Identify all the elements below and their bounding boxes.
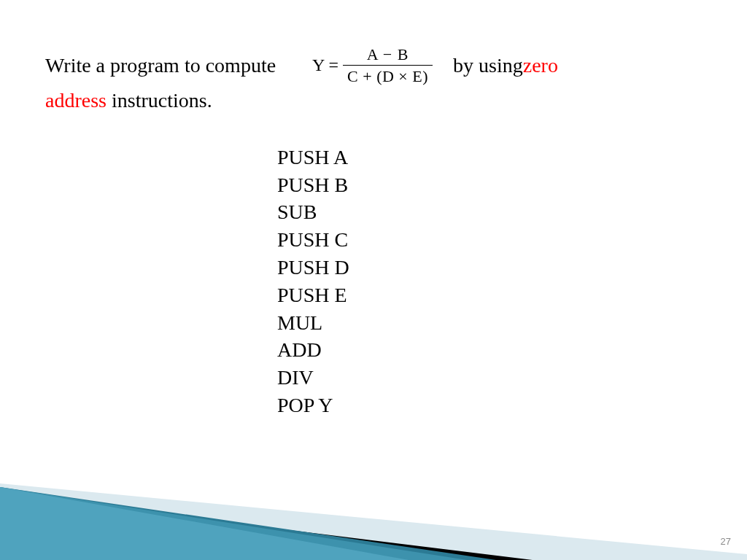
instruction-line: PUSH E [277, 281, 702, 309]
svg-marker-3 [0, 487, 467, 560]
formula-lhs: Y = [312, 53, 338, 78]
instruction-line: PUSH B [277, 171, 702, 199]
question-prompt: Write a program to compute Y = A − B C +… [45, 45, 702, 114]
instruction-line: MUL [277, 309, 702, 337]
instruction-line: DIV [277, 364, 702, 392]
svg-marker-0 [0, 483, 747, 560]
formula-denominator: C + (D × E) [343, 65, 433, 85]
prompt-highlight-zero: zero [523, 51, 558, 79]
svg-marker-4 [0, 487, 409, 560]
instruction-line: PUSH C [277, 226, 702, 254]
svg-marker-1 [0, 494, 533, 560]
prompt-part1: Write a program to compute [45, 51, 276, 79]
svg-marker-2 [0, 487, 496, 560]
instruction-line: POP Y [277, 392, 702, 419]
prompt-part3: instructions. [107, 89, 212, 112]
instruction-line: ADD [277, 336, 702, 364]
slide-content: Write a program to compute Y = A − B C +… [0, 0, 747, 419]
instruction-line: SUB [277, 198, 702, 226]
slide-decoration [0, 443, 747, 560]
instruction-list: PUSH A PUSH B SUB PUSH C PUSH D PUSH E M… [277, 144, 702, 419]
page-number: 27 [721, 536, 731, 547]
instruction-line: PUSH D [277, 254, 702, 281]
formula: Y = A − B C + (D × E) [312, 45, 433, 86]
prompt-part2: by using [453, 51, 523, 79]
formula-fraction: A − B C + (D × E) [343, 45, 433, 86]
prompt-highlight-address: address [45, 89, 107, 112]
formula-numerator: A − B [360, 45, 417, 65]
instruction-line: PUSH A [277, 144, 702, 171]
